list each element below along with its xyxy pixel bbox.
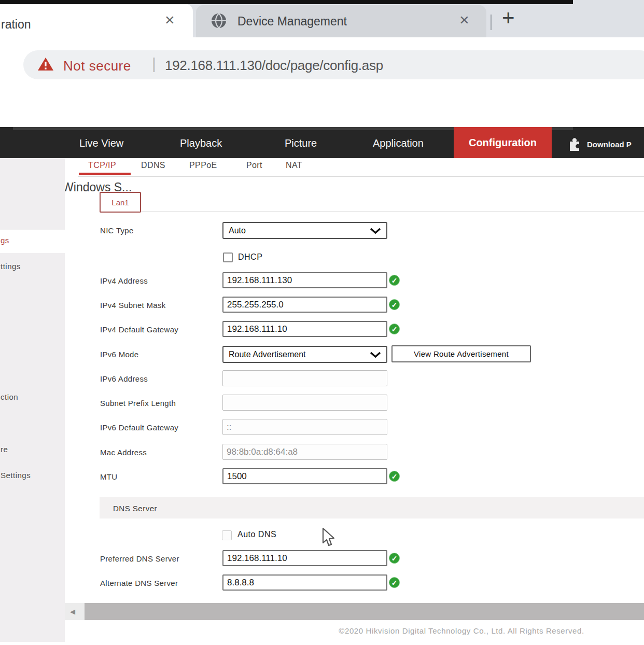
subtab-nat[interactable]: NAT	[286, 161, 302, 170]
sidebar-item-settings[interactable]: Settings	[1, 471, 31, 480]
mouse-cursor	[321, 528, 336, 548]
tab-title: Device Management	[237, 15, 347, 29]
tab-device-management[interactable]: Device Management ×	[196, 5, 486, 37]
valid-check-icon: ✓	[389, 553, 400, 564]
subtab-ddns[interactable]: DDNS	[141, 161, 165, 170]
bookmarks-bar: Monitor Windows S...	[0, 84, 644, 125]
nic-type-label: NIC Type	[100, 226, 134, 235]
valid-check-icon: ✓	[389, 577, 400, 588]
subtab-divider	[78, 176, 644, 177]
close-tab-icon[interactable]: ×	[165, 11, 175, 28]
sidebar-item-storage[interactable]: re	[1, 445, 8, 454]
valid-check-icon: ✓	[389, 324, 400, 334]
active-subtab-underline	[79, 173, 131, 175]
sidebar-item-basic-settings[interactable]: gs	[1, 236, 9, 245]
address-separator: |	[152, 55, 156, 73]
ipv4-address-input[interactable]	[222, 272, 387, 288]
auto-dns-checkbox[interactable]	[222, 530, 232, 540]
ipv4-gateway-label: IPv4 Default Gateway	[100, 325, 178, 334]
sidebar-item-advanced-settings[interactable]: ttings	[1, 262, 21, 271]
copyright-footer: ©2020 Hikvision Digital Technology Co., …	[290, 626, 633, 635]
chevron-down-icon	[370, 228, 381, 234]
preferred-dns-label: Preferred DNS Server	[100, 554, 179, 563]
tab-separator	[491, 15, 492, 30]
view-route-advertisement-button[interactable]: View Route Advertisement	[391, 345, 531, 362]
dhcp-checkbox[interactable]	[223, 253, 233, 262]
mtu-label: MTU	[100, 472, 117, 481]
mtu-input[interactable]	[222, 468, 387, 484]
ipv6-address-label: IPv6 Address	[100, 374, 148, 383]
preferred-dns-input[interactable]	[222, 550, 387, 566]
ipv6-mode-value: Route Advertisement	[229, 350, 306, 359]
nic-type-value: Auto	[229, 226, 246, 235]
nav-application[interactable]: Application	[373, 137, 424, 149]
not-secure-warning-icon[interactable]	[37, 57, 54, 72]
nav-live-view[interactable]: Live View	[79, 137, 123, 149]
subnet-prefix-input	[222, 395, 387, 411]
window-frame-strip	[0, 0, 573, 4]
address-url[interactable]: 192.168.111.130/doc/page/config.asp	[165, 58, 383, 74]
window-frame-strip-right	[573, 0, 644, 4]
mac-address-input	[222, 444, 387, 460]
subtab-pppoe[interactable]: PPPoE	[189, 161, 217, 170]
ipv6-gateway-input	[222, 419, 387, 435]
ipv4-subnet-input[interactable]	[222, 297, 387, 313]
not-secure-label[interactable]: Not secure	[63, 58, 131, 74]
valid-check-icon: ✓	[389, 299, 400, 310]
lan1-tab[interactable]: Lan1	[100, 192, 141, 213]
ipv6-address-input	[222, 370, 387, 386]
dhcp-label: DHCP	[238, 253, 262, 262]
ipv4-subnet-label: IPv4 Subnet Mask	[100, 301, 166, 310]
mac-address-label: Mac Address	[100, 448, 147, 457]
close-tab-icon[interactable]: ×	[459, 11, 469, 28]
dns-section-title: DNS Server	[113, 504, 157, 513]
scroll-left-arrow-icon[interactable]: ◀	[70, 608, 75, 615]
dns-section-header	[100, 497, 644, 518]
alternate-dns-label: Alternate DNS Server	[100, 579, 178, 587]
ipv4-gateway-input[interactable]	[222, 321, 387, 337]
subtab-tcpip[interactable]: TCP/IP	[88, 161, 116, 170]
sidebar-item-detection[interactable]: ction	[1, 392, 18, 401]
chevron-down-icon	[370, 352, 381, 358]
nav-picture[interactable]: Picture	[285, 137, 317, 149]
browser-tab-strip: ration × Device Management × +	[0, 4, 644, 37]
nav-configuration[interactable]: Configuration	[454, 127, 552, 158]
ipv6-mode-select[interactable]: Route Advertisement	[222, 346, 387, 363]
sidebar-active-row[interactable]	[0, 230, 65, 253]
plugin-puzzle-icon[interactable]	[567, 137, 582, 151]
lan-tab-divider	[141, 212, 644, 212]
tab-title: ration	[1, 18, 31, 32]
nic-type-select[interactable]: Auto	[222, 222, 387, 239]
subtab-port[interactable]: Port	[246, 161, 262, 170]
horizontal-scrollbar-thumb[interactable]	[85, 603, 644, 620]
auto-dns-label: Auto DNS	[237, 530, 276, 539]
tab-configuration[interactable]: ration ×	[0, 4, 193, 37]
ipv6-mode-label: IPv6 Mode	[100, 350, 138, 359]
alternate-dns-input[interactable]	[222, 574, 387, 591]
download-plugin-label[interactable]: Download P	[587, 140, 632, 149]
subnet-prefix-label: Subnet Prefix Length	[100, 399, 176, 408]
ipv4-address-label: IPv4 Address	[100, 276, 148, 285]
valid-check-icon: ✓	[389, 471, 400, 482]
globe-icon	[209, 11, 228, 30]
new-tab-button[interactable]: +	[502, 7, 515, 29]
ipv6-gateway-label: IPv6 Default Gateway	[100, 423, 178, 432]
valid-check-icon: ✓	[389, 275, 400, 286]
nav-playback[interactable]: Playback	[180, 137, 222, 149]
